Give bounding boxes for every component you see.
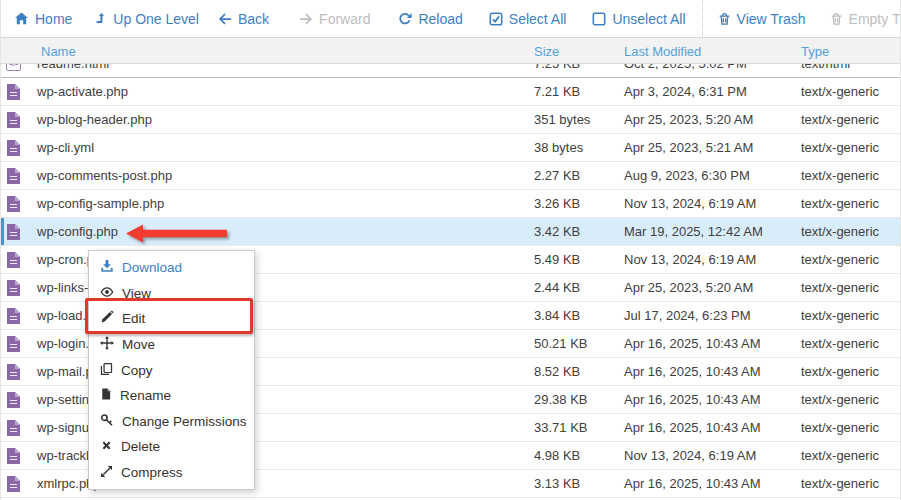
file-type: text/x-generic bbox=[801, 78, 879, 106]
file-name: wp-blog-header.php bbox=[37, 106, 152, 134]
file-size: 33.71 KB bbox=[534, 414, 588, 442]
menu-item-view[interactable]: View bbox=[89, 281, 254, 307]
file-modified: Apr 16, 2025, 10:43 AM bbox=[624, 330, 761, 358]
menu-item-change-permissions[interactable]: Change Permissions bbox=[89, 409, 254, 435]
toolbar-separator bbox=[702, 0, 703, 37]
toolbar-button-home[interactable]: Home bbox=[14, 11, 72, 27]
move-icon bbox=[100, 336, 114, 353]
eye-icon bbox=[100, 285, 114, 302]
menu-item-label: Edit bbox=[122, 311, 145, 326]
copy-icon bbox=[100, 362, 113, 379]
menu-item-edit[interactable]: Edit bbox=[89, 306, 254, 332]
toolbar-button-label: Unselect All bbox=[612, 11, 685, 27]
file-modified: Apr 16, 2025, 10:43 AM bbox=[624, 358, 761, 386]
file-size: 8.52 KB bbox=[534, 358, 580, 386]
file-type: text/x-generic bbox=[801, 134, 879, 162]
table-row[interactable]: wp-cli.yml 38 bytes Apr 25, 2023, 5:21 A… bbox=[1, 134, 900, 162]
file-modified: Nov 13, 2024, 6:19 AM bbox=[624, 442, 756, 470]
checkbox-checked-icon bbox=[489, 12, 503, 26]
file-type: text/x-generic bbox=[801, 274, 879, 302]
menu-item-download[interactable]: Download bbox=[89, 255, 254, 281]
file-type: text/x-generic bbox=[801, 470, 879, 498]
toolbar-button-label: Empty Trash bbox=[849, 11, 901, 27]
trash-icon bbox=[718, 12, 731, 26]
file-type: text/x-generic bbox=[801, 246, 879, 274]
file-type: text/x-generic bbox=[801, 330, 879, 358]
file-modified: Nov 13, 2024, 6:19 AM bbox=[624, 190, 756, 218]
file-type: text/x-generic bbox=[801, 162, 879, 190]
back-arrow-icon bbox=[218, 12, 232, 26]
toolbar-button-select-all[interactable]: Select All bbox=[489, 11, 567, 27]
table-row[interactable]: wp-activate.php 7.21 KB Apr 3, 2024, 6:3… bbox=[1, 78, 900, 106]
toolbar-button-view-trash[interactable]: View Trash bbox=[718, 11, 806, 27]
file-size: 29.38 KB bbox=[534, 386, 588, 414]
menu-item-label: View bbox=[122, 286, 151, 301]
file-size: 3.84 KB bbox=[534, 302, 580, 330]
file-icon bbox=[7, 392, 20, 408]
menu-item-copy[interactable]: Copy bbox=[89, 357, 254, 383]
file-modified: Apr 25, 2023, 5:20 AM bbox=[624, 106, 753, 134]
file-name: wp-config.php bbox=[37, 218, 118, 246]
toolbar-button-label: Select All bbox=[509, 11, 567, 27]
file-modified: Apr 3, 2024, 6:31 PM bbox=[624, 78, 747, 106]
toolbar-button-label: Reload bbox=[418, 11, 462, 27]
pencil-icon bbox=[100, 310, 114, 327]
toolbar-button-forward: Forward bbox=[299, 11, 370, 27]
level-up-icon bbox=[94, 12, 107, 25]
file-size: 7.25 KB bbox=[534, 64, 580, 78]
toolbar-button-back[interactable]: Back bbox=[218, 11, 269, 27]
toolbar-button-label: View Trash bbox=[737, 11, 806, 27]
delete-x-icon bbox=[100, 439, 113, 455]
toolbar-button-label: Home bbox=[35, 11, 72, 27]
table-row[interactable]: wp-config-sample.php 3.26 KB Nov 13, 202… bbox=[1, 190, 900, 218]
toolbar-button-label: Back bbox=[238, 11, 269, 27]
menu-item-rename[interactable]: Rename bbox=[89, 383, 254, 409]
menu-item-compress[interactable]: Compress bbox=[89, 460, 254, 486]
toolbar-button-up-one-level[interactable]: Up One Level bbox=[94, 11, 199, 27]
file-modified: Apr 16, 2025, 10:43 AM bbox=[624, 470, 761, 498]
file-icon bbox=[100, 387, 112, 404]
trash-icon bbox=[830, 12, 843, 26]
menu-item-delete[interactable]: Delete bbox=[89, 434, 254, 460]
file-type: text/x-generic bbox=[801, 302, 879, 330]
file-modified: Apr 16, 2025, 10:43 AM bbox=[624, 386, 761, 414]
file-size: 3.26 KB bbox=[534, 190, 580, 218]
menu-item-label: Rename bbox=[120, 388, 171, 403]
file-name: wp-activate.php bbox=[37, 78, 128, 106]
forward-arrow-icon bbox=[299, 12, 313, 26]
file-name: wp-config-sample.php bbox=[37, 190, 164, 218]
file-icon bbox=[7, 448, 20, 464]
file-size: 3.42 KB bbox=[534, 218, 580, 246]
file-size: 38 bytes bbox=[534, 134, 583, 162]
table-row[interactable]: </> readme.html 7.25 KB Oct 2, 2025, 5:0… bbox=[1, 64, 900, 78]
menu-item-move[interactable]: Move bbox=[89, 332, 254, 358]
column-header-type[interactable]: Type bbox=[801, 43, 829, 58]
file-type: text/x-generic bbox=[801, 218, 879, 246]
toolbar: Home Up One Level Back Forward Reload Se… bbox=[1, 0, 900, 38]
file-modified: Apr 16, 2025, 10:43 AM bbox=[624, 414, 761, 442]
file-type: text/x-generic bbox=[801, 358, 879, 386]
file-icon bbox=[7, 280, 20, 296]
menu-item-label: Move bbox=[122, 337, 155, 352]
file-icon bbox=[7, 224, 20, 240]
table-row-selected[interactable]: wp-config.php 3.42 KB Mar 19, 2025, 12:4… bbox=[1, 218, 900, 246]
column-header-last-modified[interactable]: Last Modified bbox=[624, 43, 701, 58]
menu-item-label: Change Permissions bbox=[122, 414, 247, 429]
html-file-icon: </> bbox=[6, 64, 21, 71]
file-size: 50.21 KB bbox=[534, 330, 588, 358]
toolbar-button-reload[interactable]: Reload bbox=[398, 11, 462, 27]
file-modified: Aug 9, 2023, 6:30 PM bbox=[624, 162, 750, 190]
file-icon bbox=[7, 196, 20, 212]
reload-icon bbox=[398, 12, 412, 26]
column-header-size[interactable]: Size bbox=[534, 43, 559, 58]
file-type: text/x-generic bbox=[801, 386, 879, 414]
table-row[interactable]: wp-blog-header.php 351 bytes Apr 25, 202… bbox=[1, 106, 900, 134]
file-modified: Mar 19, 2025, 12:42 AM bbox=[624, 218, 763, 246]
column-header-name[interactable]: Name bbox=[41, 43, 76, 58]
file-icon bbox=[7, 476, 20, 492]
home-icon bbox=[14, 11, 29, 26]
toolbar-button-unselect-all[interactable]: Unselect All bbox=[592, 11, 685, 27]
toolbar-button-empty-trash: Empty Trash bbox=[830, 11, 901, 27]
file-icon bbox=[7, 420, 20, 436]
table-row[interactable]: wp-comments-post.php 2.27 KB Aug 9, 2023… bbox=[1, 162, 900, 190]
